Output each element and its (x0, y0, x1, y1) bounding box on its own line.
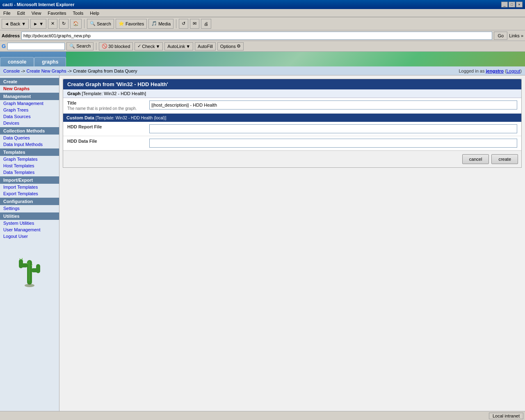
tab-console[interactable]: console (0, 57, 34, 66)
hdd-data-file-input[interactable] (149, 139, 517, 148)
options-icon: ⚙ (237, 43, 241, 49)
menu-file[interactable]: File (2, 10, 12, 16)
toolbar-separator-2 (176, 19, 176, 28)
title-label-col: Title The name that is printed on the gr… (67, 100, 149, 111)
google-search-label: Search (76, 43, 91, 48)
menu-tools[interactable]: Tools (71, 10, 85, 16)
check-dropdown-icon[interactable]: ▼ (155, 44, 160, 49)
menu-help[interactable]: Help (88, 10, 101, 16)
sidebar: Create New Graphs Management Graph Manag… (0, 75, 59, 420)
history-button[interactable]: ↺ (179, 19, 188, 29)
sidebar-item-graph-templates[interactable]: Graph Templates (0, 156, 59, 162)
forward-icon: ► (33, 21, 38, 26)
sidebar-item-host-templates[interactable]: Host Templates (0, 162, 59, 169)
address-label: Address (2, 33, 20, 38)
close-button[interactable]: × (516, 2, 523, 7)
toolbar-separator-1 (84, 19, 84, 28)
home-button[interactable]: 🏠 (70, 19, 82, 29)
sidebar-item-graph-trees[interactable]: Graph Trees (0, 107, 59, 113)
maximize-button[interactable]: □ (509, 2, 515, 7)
sidebar-item-system-utilities[interactable]: System Utilities (0, 220, 59, 226)
autolink-dropdown-icon[interactable]: ▼ (186, 44, 190, 49)
forward-button[interactable]: ► ▼ (30, 19, 46, 29)
search-button[interactable]: 🔍 Search (87, 19, 114, 29)
sidebar-item-export-templates[interactable]: Export Templates (0, 190, 59, 197)
google-search-button[interactable]: 🔍 Search (66, 42, 94, 50)
back-icon: ◄ (5, 21, 9, 26)
sidebar-item-import-templates[interactable]: Import Templates (0, 184, 59, 190)
autolink-button[interactable]: AutoLink ▼ (164, 42, 193, 50)
sidebar-item-data-sources[interactable]: Data Sources (0, 113, 59, 120)
sidebar-item-devices[interactable]: Devices (0, 120, 59, 126)
app-header: console graphs (0, 52, 525, 66)
tab-graphs[interactable]: graphs (34, 57, 66, 66)
menu-view[interactable]: View (30, 10, 43, 16)
hdd-data-label: HDD Data File (67, 139, 149, 144)
media-icon: 🎵 (151, 21, 157, 26)
blocked-button[interactable]: 🚫 30 blocked (99, 42, 133, 50)
links-label[interactable]: Links » (509, 33, 523, 38)
sidebar-item-data-templates[interactable]: Data Templates (0, 169, 59, 176)
refresh-button[interactable]: ↻ (59, 19, 68, 29)
print-button[interactable]: 🖨 (201, 19, 211, 29)
go-button[interactable]: Go (494, 32, 507, 40)
cancel-button[interactable]: cancel (462, 154, 489, 164)
breadcrumb: Console -> Create New Graphs -> Create G… (3, 68, 137, 73)
hdd-report-file-row: HDD Report File (63, 122, 521, 136)
banner-area (66, 52, 525, 66)
back-dropdown-icon[interactable]: ▼ (21, 21, 26, 26)
minimize-button[interactable]: _ (501, 2, 508, 7)
check-button[interactable]: ✓ Check ▼ (135, 42, 163, 50)
sidebar-item-user-management[interactable]: User Management (0, 226, 59, 233)
window-title-bar: cacti - Microsoft Internet Explorer _ □ … (0, 0, 525, 9)
svg-rect-10 (28, 261, 30, 281)
forward-dropdown-icon[interactable]: ▼ (39, 21, 43, 26)
blocked-label: 30 blocked (108, 44, 130, 49)
logout-link[interactable]: Logout (507, 68, 520, 73)
media-label: Media (158, 21, 171, 26)
favorites-button[interactable]: ⭐ Favorites (116, 19, 147, 29)
sidebar-section-templates: Templates (0, 148, 59, 156)
graph-template-row: Graph [Template: Win32 - HDD Health] (63, 89, 521, 98)
options-label: Options (220, 44, 236, 49)
window-title: cacti - Microsoft Internet Explorer (2, 2, 74, 7)
breadcrumb-console[interactable]: Console (3, 68, 20, 73)
options-button[interactable]: Options ⚙ (217, 42, 244, 50)
back-button[interactable]: ◄ Back ▼ (2, 19, 29, 29)
svg-rect-4 (36, 264, 40, 273)
graph-template-label: Graph (67, 91, 80, 96)
main-layout: Create New Graphs Management Graph Manag… (0, 75, 525, 420)
sidebar-section-create: Create (0, 78, 59, 85)
media-button[interactable]: 🎵 Media (148, 19, 173, 29)
search-label: Search (97, 21, 111, 26)
form-page-title: Create Graph from 'Win32 - HDD Health' (67, 81, 168, 87)
stop-button[interactable]: ✕ (48, 19, 57, 29)
sidebar-item-logout-user[interactable]: Logout User (0, 233, 59, 240)
custom-data-template-value: [Template: Win32 - HDD Health (local)] (96, 116, 166, 120)
sidebar-item-data-queries[interactable]: Data Queries (0, 135, 59, 141)
breadcrumb-create-new-graphs[interactable]: Create New Graphs (27, 68, 66, 73)
autofill-button[interactable]: AutoFill (195, 42, 216, 50)
sidebar-item-graph-management[interactable]: Graph Management (0, 100, 59, 107)
custom-data-section-header: Custom Data [Template: Win32 - HDD Healt… (63, 114, 521, 122)
sidebar-item-data-input-methods[interactable]: Data Input Methods (0, 141, 59, 148)
breadcrumb-sep-1: -> (21, 68, 26, 73)
auth-username[interactable]: jengstro (486, 68, 504, 73)
address-input[interactable] (21, 32, 492, 40)
hdd-data-label-col: HDD Data File (67, 139, 149, 144)
google-search-input[interactable] (7, 43, 65, 50)
autofill-label: AutoFill (198, 44, 213, 49)
window-controls[interactable]: _ □ × (501, 2, 523, 7)
search-icon: 🔍 (69, 43, 75, 48)
menu-edit[interactable]: Edit (16, 10, 27, 16)
check-label: Check (142, 44, 155, 49)
form-container: Create Graph from 'Win32 - HDD Health' G… (63, 79, 522, 168)
create-button[interactable]: create (491, 154, 518, 164)
mail-button[interactable]: ✉ (190, 19, 199, 29)
breadcrumb-sep-2: -> (68, 68, 73, 73)
menu-favorites[interactable]: Favorites (46, 10, 68, 16)
sidebar-item-new-graphs[interactable]: New Graphs (0, 85, 59, 92)
sidebar-item-settings[interactable]: Settings (0, 205, 59, 212)
hdd-report-file-input[interactable] (149, 124, 517, 133)
title-input[interactable] (149, 100, 517, 110)
